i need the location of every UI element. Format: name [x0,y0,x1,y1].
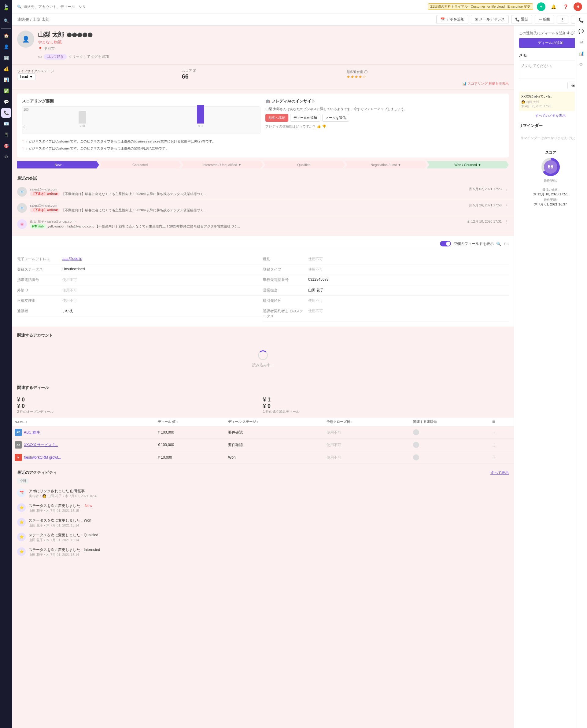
show-empty-toggle[interactable] [440,241,451,246]
app-logo: 🍃 [1,2,11,12]
search-area[interactable]: 🔍 [17,5,85,9]
conv-date-2: 月 5月 26, 2021 17:58 [469,203,502,208]
scoring-bullets: ↑ ↑ ビジネスタイプはCustomerです。このビジネスタイプをもつ連絡先のb… [22,139,504,152]
conversation-item-1: 📧 sales@yr-crp.com 月 5月 02, 2021 17:23 【… [12,184,514,200]
more-button[interactable]: ⋮ [557,16,568,24]
add-button[interactable]: + [537,2,545,11]
fields-left: 電子メールアドレス aaa@ddd.jp 登録ステータス Unsubscribe… [17,254,263,322]
activities-section: 最近のアクティビティ すべて表示 今日 📅 アポにリンクされました 山田磊事 実… [12,466,514,621]
see-all-activities[interactable]: すべて表示 [490,470,509,475]
rating-dots: ⚫⚫⚫⚫⚫ [67,32,93,37]
stage-interested[interactable]: Interested / Unqualified ▼ [181,161,263,168]
search-input[interactable] [24,5,85,9]
right-strip-phone[interactable]: 📞 [577,16,585,24]
sidebar-icon-calls[interactable]: 📞 [1,108,11,118]
last-contacted-label: 最後の連絡: [519,188,582,192]
prev-icon[interactable]: ‹ [503,241,505,246]
right-strip-email[interactable]: ✉ [577,38,585,46]
field-external-id: 外部ID 使用不可 [17,285,263,296]
add-tag-label[interactable]: クリックしてタグを追加 [69,54,109,59]
open-amount-2: ¥ 0 [17,403,263,409]
next-icon[interactable]: › [508,241,509,246]
deal-more-2[interactable]: ⋮ [490,439,514,451]
see-all-memos-link[interactable]: すべてのメモを表示 [519,113,582,118]
send-email-button[interactable]: メールを送信 [322,114,349,122]
stage-qualified[interactable]: Qualified [263,161,345,168]
won-amount-2: ¥ 0 [263,403,509,409]
stage-negotiation[interactable]: Negotiation / Lost ▼ [345,161,427,168]
move-to-customer-button[interactable]: 顧客へ移動 [265,114,288,122]
conv-more-1[interactable]: ⋮ [505,187,509,191]
sidebar-icon-search[interactable]: 🔍 [1,16,11,26]
conv-meta-3: 山田 花子 <sales@yr-crp.com> 金 12月 10, 2020 … [30,219,502,224]
main-content: 👤 山梨 太郎 ⚫⚫⚫⚫⚫ やまなし物流 📍 甲府市 🏷 [12,26,514,728]
deal-name-cell-1: AB ABC 案件 [15,429,153,436]
right-strip-settings[interactable]: ⚙ [577,60,585,69]
scoring-link[interactable]: 📊 スコアリング 根拠を非表示 [462,81,509,86]
conv-badge-1: 【下書き】webinar [30,191,60,196]
sidebar-icon-settings[interactable]: ⚙ [1,152,11,162]
sidebar-icon-home[interactable]: 🏠 [1,31,11,41]
stage-new[interactable]: New [17,161,99,168]
memo-title: メモ [519,53,527,58]
sidebar-icon-reports[interactable]: 📊 [1,75,11,85]
deal-close-1: 使用不可 [324,426,410,439]
contact-company[interactable]: やまなし物流 [38,40,509,45]
search-fields-icon[interactable]: 🔍 [496,241,501,246]
last-contact-value: — [519,183,582,187]
col-stage[interactable]: ディール ステージ ↕ [226,418,324,426]
call-button[interactable]: 📞 通話 [511,15,532,24]
conv-content-1: sales@yr-crp.com 月 5月 02, 2021 17:23 【下書… [30,187,502,196]
edit-button[interactable]: ✏ 編集 [535,15,554,24]
add-appointment-button[interactable]: 📅 アポを追加 [436,15,468,24]
sidebar-icon-chat[interactable]: 💬 [1,97,11,107]
deal-more-3[interactable]: ⋮ [490,451,514,464]
scoring-text-1: ↑ ビジネスタイプはCustomerです。このビジネスタイプをもつ連絡先のbus… [26,139,215,144]
email-address-button[interactable]: ✉ メールアドレス [471,15,509,24]
scoring-bullet-2: ↑ ↑ ビジネスタイプはCustomerです。このビジネスタイプをもつ連絡先の変… [22,146,504,151]
search-icon: 🔍 [17,5,22,9]
sidebar-icon-tasks[interactable]: ✅ [1,86,11,96]
scoring-section: スコアリング要因 100 0 先週 今日 [17,94,509,158]
conv-meta-2: sales@yr-crp.com 月 5月 26, 2021 17:58 [30,203,502,208]
reminder-empty: リマインダーはみつかりませんでした。 [519,131,582,145]
activity-item-3: ⭐ ステータスを次に変更しました：Won 山田 花子 • 木 7月 01, 20… [12,516,514,530]
help-icon[interactable]: ❓ [561,2,570,11]
col-name[interactable]: NAME ↕ [12,418,155,426]
deals-summary: ¥ 0 ¥ 0 2 件のオープンディール ¥ 1 ¥ 0 1 件の成立済みディー… [12,393,514,418]
col-amount[interactable]: ディール 値 ↕ [155,418,226,426]
bell-icon[interactable]: 🔔 [549,2,558,11]
sidebar-icon-deals[interactable]: 💰 [1,64,11,74]
activity-item-2: ⭐ ステータスを次に変更しました： New 山田 花子 • 木 7月 01, 2… [12,501,514,516]
field-sales-rep: 営業担当 山田 花子 [263,285,509,296]
right-strip-reports[interactable]: 📊 [577,49,585,57]
lifecycle-stage-button[interactable]: Lead ▼ [17,73,36,80]
tag-golf[interactable]: ゴルフ好き [44,54,67,60]
arrow-up-icon: ↑ [22,139,24,144]
sidebar-icon-email[interactable]: 📧 [1,119,11,129]
score-info: 最終契約: — 最後の連絡: 木 12月 10, 2020 17:51 最終更新… [519,179,582,207]
stage-won[interactable]: Won / Churned ▼ [427,161,509,168]
deal-more-1[interactable]: ⋮ [490,426,514,439]
deal-link-3[interactable]: freshworkCRM growt... [24,455,61,460]
right-strip-chat[interactable]: 💬 [577,27,585,36]
conv-more-3[interactable]: ⋮ [505,219,509,224]
add-deal-button[interactable]: ディールの追加 [519,38,582,48]
col-settings[interactable]: ⊞ [490,418,514,426]
conversation-item-3: 🌸 山田 花子 <sales@yr-crp.com> 金 12月 10, 202… [12,216,514,232]
sidebar-icon-contacts[interactable]: 👤 [1,42,11,52]
user-avatar[interactable]: H [573,2,582,11]
breadcrumb-contacts[interactable]: 連絡先 [17,17,29,22]
deal-link-2[interactable]: XXXXX サービス 1... [24,442,58,448]
stage-contacted[interactable]: Contacted [99,161,181,168]
conv-preview-1: 【不動産向け】顧客に会えなくても主星性向上！2020年以降に勝ち残るデジタル賃業… [62,192,206,196]
memo-textarea[interactable] [519,61,582,79]
col-close-date[interactable]: 予想クローズ日 ↕ [324,418,410,426]
conv-content-3: 山田 花子 <sales@yr-crp.com> 金 12月 10, 2020 … [30,219,502,229]
add-deal-freddy-button[interactable]: ディールの追加 [290,114,321,122]
conv-more-2[interactable]: ⋮ [505,203,509,208]
sidebar-icon-mobile[interactable]: 📱 [1,130,11,140]
sidebar-icon-accounts[interactable]: 🏢 [1,53,11,63]
deal-link-1[interactable]: ABC 案件 [24,430,40,435]
sidebar-icon-target[interactable]: 🎯 [1,141,11,151]
